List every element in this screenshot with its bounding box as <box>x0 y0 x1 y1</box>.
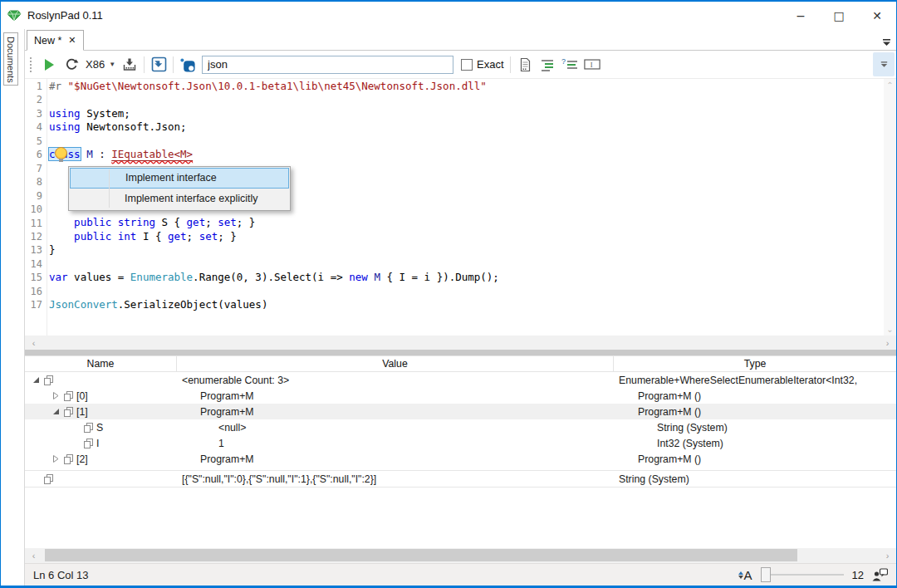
exact-checkbox-label: Exact <box>477 58 504 71</box>
restart-host-button[interactable] <box>63 56 80 73</box>
tree-expand-icon[interactable] <box>51 455 61 463</box>
platform-label: X86 <box>86 58 105 71</box>
editor-vertical-scrollbar[interactable]: ⌃ ⌄ <box>884 79 896 336</box>
line-number: 3 <box>25 107 42 120</box>
platform-dropdown[interactable]: X86 ▼ <box>86 58 115 71</box>
copy-icon[interactable] <box>44 375 53 385</box>
copy-icon[interactable] <box>84 439 93 448</box>
nuget-packages-button[interactable] <box>179 56 196 73</box>
code-line[interactable]: class M : IEquatable<M> <box>49 148 884 161</box>
close-button[interactable]: ✕ <box>858 2 896 29</box>
results-splitter-handle[interactable] <box>25 350 896 355</box>
row-value: Program+M <box>177 388 614 404</box>
code-line[interactable] <box>49 135 884 148</box>
table-row[interactable]: [0]Program+MProgram+M () <box>25 388 896 404</box>
line-number: 14 <box>25 257 42 271</box>
code-token: Newtonsoft.Json; <box>81 120 187 133</box>
column-header-name[interactable]: Name <box>25 356 177 371</box>
lightbulb-menu: Implement interfaceImplement interface e… <box>68 166 291 211</box>
code-line[interactable]: using Newtonsoft.Json; <box>49 120 884 134</box>
tree-collapse-icon[interactable] <box>51 408 61 415</box>
code-line[interactable] <box>49 285 884 298</box>
send-feedback-icon[interactable] <box>872 568 888 582</box>
nuget-restore-button[interactable] <box>121 56 138 73</box>
roslynpad-logo-icon <box>7 8 22 22</box>
code-token: public <box>74 230 111 243</box>
scroll-up-icon[interactable]: ⌃ <box>884 81 896 90</box>
maximize-button[interactable]: □ <box>820 2 858 29</box>
search-input[interactable] <box>202 56 453 74</box>
lightbulb-icon[interactable] <box>55 147 67 159</box>
copy-icon[interactable] <box>64 391 73 401</box>
results-horizontal-scrollbar[interactable]: ‹ › <box>25 548 896 563</box>
code-line[interactable]: public int I { get; set; } <box>49 230 884 243</box>
code-line[interactable] <box>49 93 884 106</box>
comment-selection-button[interactable] <box>539 56 556 73</box>
scroll-right-icon[interactable]: › <box>880 336 895 350</box>
line-number: 2 <box>25 93 42 106</box>
copy-icon[interactable] <box>64 407 73 417</box>
copy-icon[interactable] <box>64 454 73 464</box>
tree-expand-icon[interactable] <box>51 392 61 399</box>
row-type: Program+M () <box>614 451 896 467</box>
tab-close-icon[interactable]: ✕ <box>68 35 76 46</box>
tree-collapse-icon[interactable] <box>32 376 41 384</box>
code-token: set <box>218 216 237 228</box>
toolbar: X86 ▼ <box>25 51 896 79</box>
table-row[interactable]: S<null>String (System) <box>25 419 896 435</box>
minimize-button[interactable]: − <box>782 2 820 29</box>
app-window: RoslynPad 0.11 − □ ✕ Documents New * ✕ <box>0 0 897 588</box>
run-button[interactable] <box>41 56 57 73</box>
left-strip: Documents <box>1 29 24 586</box>
code-line[interactable] <box>49 257 884 271</box>
font-size-icon: A <box>738 568 752 582</box>
table-row[interactable]: I1Int32 (System) <box>25 435 896 451</box>
code-token: S { <box>155 216 187 228</box>
copy-icon[interactable] <box>84 423 93 433</box>
format-document-button[interactable] <box>517 56 533 73</box>
scrollbar-thumb[interactable] <box>45 549 797 561</box>
zoom-slider[interactable] <box>761 567 844 582</box>
code-token: JsonConvert <box>49 298 118 311</box>
uncomment-selection-button[interactable]: ? <box>561 56 578 73</box>
menu-item[interactable]: Implement interface explicitly <box>70 189 289 209</box>
tab-new-document[interactable]: New * ✕ <box>27 30 84 51</box>
table-row[interactable]: <enumerable Count: 3>Enumerable+WhereSel… <box>25 372 896 388</box>
scroll-down-icon[interactable]: ⌄ <box>884 325 896 334</box>
editor-horizontal-scrollbar[interactable]: ‹ › <box>25 336 896 350</box>
exact-checkbox[interactable] <box>461 59 473 71</box>
code-line[interactable]: JsonConvert.SerializeObject(values) <box>49 298 884 311</box>
table-row[interactable]: [2]Program+MProgram+M () <box>25 451 896 467</box>
table-row[interactable]: [1]Program+MProgram+M () <box>25 404 896 419</box>
column-header-type[interactable]: Type <box>614 356 896 371</box>
row-name: [1] <box>76 406 88 418</box>
slider-thumb[interactable] <box>761 567 771 582</box>
toolbar-overflow-chevron-icon <box>880 61 888 68</box>
title-bar[interactable]: RoslynPad 0.11 − □ ✕ <box>1 2 896 29</box>
toolbar-grip[interactable] <box>30 57 33 72</box>
line-number: 4 <box>25 120 42 134</box>
line-number: 5 <box>25 135 42 148</box>
documents-panel-tab[interactable]: Documents <box>3 32 18 86</box>
row-value: <null> <box>177 419 614 435</box>
code-line[interactable]: #r "$NuGet\Newtonsoft.Json\10.0.1-beta1\… <box>49 80 884 93</box>
scroll-left-icon[interactable]: ‹ <box>27 548 41 562</box>
code-line[interactable]: var values = Enumerable.Range(0, 3).Sele… <box>49 271 884 284</box>
column-header-value[interactable]: Value <box>177 356 614 371</box>
menu-item[interactable]: Implement interface <box>70 168 289 189</box>
send-to-new-document-button[interactable] <box>150 56 167 73</box>
scroll-left-icon[interactable]: ‹ <box>27 336 41 350</box>
code-editor[interactable]: 1234567891011121314151617 #r "$NuGet\New… <box>25 79 896 336</box>
code-line[interactable]: using System; <box>49 107 884 120</box>
code-line[interactable]: } <box>49 243 884 257</box>
table-row[interactable]: [{"S":null,"I":0},{"S":null,"I":1},{"S":… <box>25 470 896 488</box>
line-number: 10 <box>25 203 42 216</box>
code-token: IEquatable<M> <box>111 148 193 160</box>
scroll-right-icon[interactable]: › <box>880 548 895 562</box>
code-token: using <box>49 120 81 133</box>
copy-icon[interactable] <box>44 474 53 484</box>
rename-symbol-button[interactable]: I <box>584 56 600 73</box>
code-line[interactable]: public string S { get; set; } <box>49 216 884 229</box>
toolbar-overflow-button[interactable] <box>873 52 895 76</box>
tab-overflow-chevron-icon[interactable] <box>882 38 891 47</box>
